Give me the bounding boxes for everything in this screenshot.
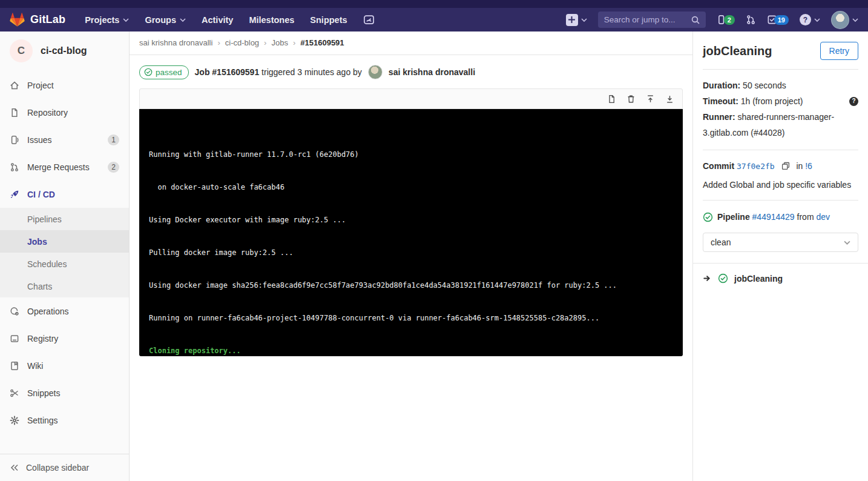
breadcrumb: sai krishna dronavalli ci-cd-blog Jobs #…	[130, 32, 692, 55]
main-content: sai krishna dronavalli ci-cd-blog Jobs #…	[130, 32, 692, 481]
chevron-down-icon	[844, 240, 850, 245]
stage-selected-value: clean	[711, 234, 731, 250]
commit-row: Commit 37f0e2fb in !6	[703, 158, 858, 174]
sidebar-item-snippets[interactable]: Snippets	[0, 379, 129, 406]
commit-sha-link[interactable]: 37f0e2fb	[737, 162, 775, 171]
collapse-sidebar-button[interactable]: Collapse sidebar	[0, 454, 129, 481]
branch-link[interactable]: dev	[816, 212, 830, 222]
book-icon	[10, 361, 19, 371]
breadcrumb-separator	[212, 38, 225, 47]
job-triggered-text: triggered 3 minutes ago by	[261, 67, 362, 77]
log-line: Running on runner-fa6cab46-project-10497…	[149, 313, 673, 323]
sidebar-item-project[interactable]: Project	[0, 71, 129, 99]
nav-activity[interactable]: Activity	[202, 15, 233, 25]
breadcrumb-job-id: #151609591	[300, 38, 344, 47]
gitlab-logo[interactable]: GitLab	[10, 12, 65, 27]
brand-name: GitLab	[30, 13, 65, 26]
scissors-icon	[10, 388, 19, 398]
job-meta-block: Duration: 50 seconds Timeout: 1h (from p…	[703, 70, 858, 150]
stage-dropdown[interactable]: clean	[703, 233, 858, 252]
sidebar-item-wiki[interactable]: Wiki	[0, 352, 129, 379]
sidebar-item-registry[interactable]: Registry	[0, 325, 129, 352]
operations-icon	[10, 307, 19, 316]
log-line: Pulling docker image ruby:2.5 ...	[149, 247, 673, 258]
top-navbar: GitLab Projects Groups Activity Mileston…	[0, 8, 868, 32]
log-line: Cloning repository...	[149, 345, 673, 356]
job-details-header: jobCleaning Retry	[703, 32, 858, 70]
timeout-help-icon[interactable]: ?	[849, 97, 858, 106]
project-context-header[interactable]: C ci-cd-blog	[0, 32, 129, 71]
triggerer-avatar[interactable]	[368, 65, 383, 79]
copy-commit-icon[interactable]	[781, 162, 790, 170]
pipeline-id-link[interactable]: #44914429	[752, 212, 795, 222]
log-line: on docker-auto-scale fa6cab46	[149, 182, 673, 193]
timeout-value: 1h (from project)	[741, 96, 803, 106]
operations-dashboard-icon[interactable]	[363, 14, 375, 25]
merge-request-icon	[10, 162, 19, 172]
sidebar-item-merge-requests[interactable]: Merge Requests 2	[0, 153, 129, 181]
sidebar-item-repository[interactable]: Repository	[0, 99, 129, 126]
home-icon	[10, 81, 19, 90]
breadcrumb-jobs[interactable]: Jobs	[271, 38, 288, 47]
nav-snippets[interactable]: Snippets	[310, 15, 347, 25]
erase-log-icon[interactable]	[626, 95, 636, 104]
job-status-badge[interactable]: passed	[139, 65, 189, 79]
job-log-terminal[interactable]: Running with gitlab-runner 11.7.0-rc1 (6…	[139, 109, 683, 356]
issues-count-badge: 2	[724, 15, 735, 25]
gitlab-job-page: GitLab Projects Groups Activity Mileston…	[0, 0, 868, 481]
commit-message: Added Global and job specific variables	[703, 179, 858, 191]
duration-value: 50 seconds	[743, 81, 786, 90]
issues-icon	[10, 135, 19, 145]
project-name: ci-cd-blog	[41, 45, 87, 56]
nav-projects[interactable]: Projects	[85, 15, 129, 25]
timeout-row: Timeout: 1h (from project) ?	[703, 93, 858, 109]
pipeline-row: Pipeline #44914429 from dev	[703, 209, 858, 225]
plus-icon	[566, 14, 578, 26]
triggerer-name[interactable]: sai krishna dronavalli	[389, 67, 475, 77]
rocket-icon	[10, 190, 19, 199]
sidebar-subitem-jobs[interactable]: Jobs	[0, 230, 129, 253]
todos-shortcut[interactable]: 19	[767, 15, 789, 25]
sidebar-item-issues[interactable]: Issues 1	[0, 126, 129, 153]
issues-shortcut[interactable]: 2	[717, 15, 735, 25]
double-chevron-left-icon	[10, 463, 19, 473]
global-search[interactable]	[598, 12, 706, 28]
nav-groups[interactable]: Groups	[145, 15, 186, 25]
sidebar-subitem-charts[interactable]: Charts	[0, 275, 129, 297]
sidebar-item-ci-cd[interactable]: CI / CD	[0, 181, 129, 208]
retry-button[interactable]: Retry	[820, 42, 858, 60]
chevron-down-icon	[123, 18, 129, 22]
search-icon	[691, 16, 700, 24]
merge-request-link[interactable]: !6	[805, 161, 812, 171]
nav-milestones[interactable]: Milestones	[249, 15, 294, 25]
scroll-to-top-icon[interactable]	[646, 95, 655, 104]
job-details-panel: jobCleaning Retry Duration: 50 seconds T…	[692, 32, 868, 481]
new-menu-button[interactable]	[566, 14, 587, 26]
search-input[interactable]	[604, 15, 686, 24]
pipeline-block: Pipeline #44914429 from dev clean	[703, 201, 858, 263]
sidebar-item-settings[interactable]: Settings	[0, 406, 129, 434]
log-line: Running with gitlab-runner 11.7.0-rc1 (6…	[149, 149, 673, 160]
status-passed-icon	[144, 68, 153, 76]
breadcrumb-user[interactable]: sai krishna dronavalli	[139, 38, 212, 47]
chevron-down-icon	[852, 18, 858, 22]
breadcrumb-separator	[288, 38, 300, 47]
project-identicon: C	[10, 39, 33, 62]
project-sidebar: C ci-cd-blog Project Repository Issues 1	[0, 32, 130, 481]
sidebar-subitem-pipelines[interactable]: Pipelines	[0, 208, 129, 230]
user-menu[interactable]	[831, 11, 858, 29]
current-job-arrow-icon	[703, 274, 712, 283]
stage-job-row[interactable]: jobCleaning	[703, 264, 858, 293]
pipeline-passed-icon	[703, 212, 713, 222]
sidebar-item-operations[interactable]: Operations	[0, 297, 129, 325]
gear-icon	[10, 416, 19, 425]
job-id-label: Job #151609591	[195, 67, 260, 77]
job-status-row: passed Job #151609591 triggered 3 minute…	[130, 55, 692, 88]
scroll-to-bottom-icon[interactable]	[665, 95, 674, 104]
breadcrumb-project[interactable]: ci-cd-blog	[225, 38, 259, 47]
raw-log-icon[interactable]	[607, 95, 616, 104]
help-menu[interactable]: ?	[800, 14, 820, 25]
stage-job-name: jobCleaning	[734, 274, 783, 284]
merge-requests-shortcut[interactable]	[746, 15, 756, 25]
sidebar-subitem-schedules[interactable]: Schedules	[0, 253, 129, 275]
